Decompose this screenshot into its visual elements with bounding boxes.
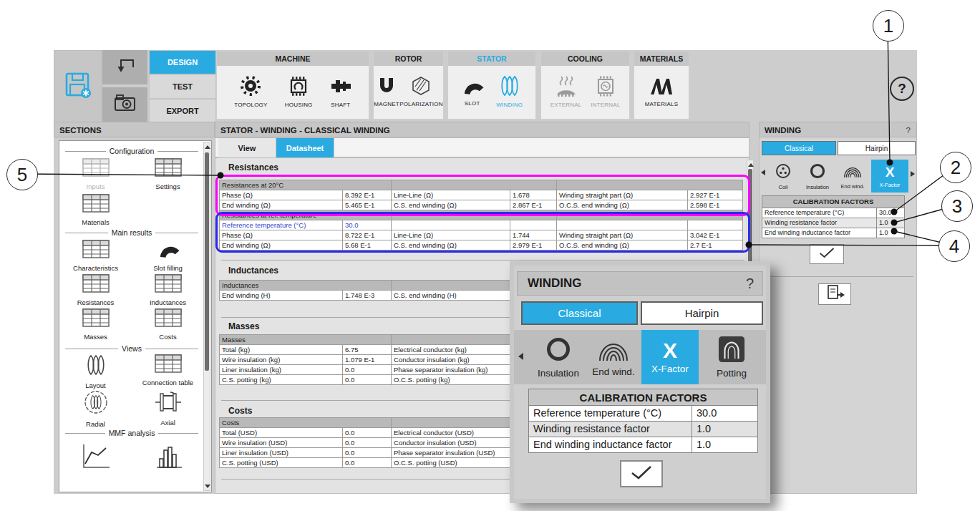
sidebar-item-characteristics[interactable]: Characteristics bbox=[59, 240, 132, 272]
camera-icon bbox=[114, 93, 137, 116]
prev-arrow-icon[interactable] bbox=[518, 353, 523, 360]
sidebar-item-masses[interactable]: Masses bbox=[59, 308, 132, 341]
tab-datasheet[interactable]: Datasheet bbox=[276, 138, 334, 158]
calibration-factors-table: CALIBRATION FACTORS Reference temperatur… bbox=[762, 195, 905, 238]
table-icon bbox=[82, 158, 110, 180]
housing-button[interactable]: HOUSING bbox=[285, 75, 313, 108]
tile-insulation[interactable]: Insulation bbox=[530, 330, 587, 384]
tile-coil[interactable]: Coil bbox=[767, 160, 799, 193]
table-icon bbox=[155, 158, 182, 180]
divider-configuration: Configuration bbox=[65, 147, 198, 155]
test-mode-button[interactable]: TEST bbox=[149, 74, 216, 99]
tile-insulation[interactable]: Insulation bbox=[801, 160, 834, 193]
sidebar-item-slot-filling[interactable]: Slot filling bbox=[132, 240, 204, 272]
magnet-button[interactable]: MAGNET bbox=[374, 76, 399, 107]
scroll-up-icon[interactable] bbox=[748, 163, 754, 167]
internal-cooling-button[interactable]: INTERNAL bbox=[591, 75, 620, 108]
callout-4: 4 bbox=[938, 230, 970, 262]
sidebar-item-materials[interactable]: Materials bbox=[59, 194, 132, 226]
callout-1: 1 bbox=[873, 10, 904, 42]
table-row: End winding inductance factor1.0 bbox=[762, 228, 905, 238]
topology-button[interactable]: TOPOLOGY bbox=[234, 75, 267, 108]
slot-icon bbox=[461, 77, 484, 98]
tile-end-winding[interactable]: End wind. bbox=[835, 160, 870, 193]
sidebar-item-radial[interactable]: Radial bbox=[59, 390, 132, 428]
divider-mmf-analysis: MMF analysis bbox=[65, 429, 198, 437]
divider-views: Views bbox=[65, 344, 198, 353]
bar-chart-icon bbox=[152, 442, 184, 473]
table-icon bbox=[82, 308, 110, 330]
winding-button[interactable]: WINDING bbox=[496, 75, 523, 108]
masses-heading: Masses bbox=[228, 321, 259, 331]
sidebar-item-inputs[interactable]: Inputs bbox=[59, 158, 132, 190]
sidebar-item-mmf-curve[interactable] bbox=[59, 442, 132, 473]
tab-view[interactable]: View bbox=[218, 138, 276, 158]
sidebar-item-mmf-harmonics[interactable] bbox=[132, 442, 204, 473]
table-icon bbox=[82, 274, 110, 296]
save-icon bbox=[64, 71, 92, 102]
shaft-icon bbox=[330, 75, 351, 99]
help-icon[interactable]: ? bbox=[906, 122, 916, 137]
table-row: Phase (Ω)8.722 E-1 Line-Line (Ω)1.744 Wi… bbox=[220, 230, 743, 240]
hairpin-winding-button[interactable]: Hairpin bbox=[838, 141, 916, 155]
apply-button[interactable] bbox=[620, 460, 663, 487]
sidebar-scrollbar[interactable] bbox=[203, 142, 210, 491]
export-datasheet-button[interactable] bbox=[818, 283, 851, 305]
undo-arrow-icon bbox=[115, 56, 136, 79]
materials-button[interactable]: MATERIALS bbox=[645, 76, 679, 107]
export-mode-button[interactable]: EXPORT bbox=[149, 99, 216, 123]
export-doc-icon bbox=[824, 284, 845, 304]
table-row: CALIBRATION FACTORS bbox=[762, 196, 905, 208]
internal-cooling-icon bbox=[594, 75, 617, 99]
materials-group-title: MATERIALS bbox=[634, 52, 689, 66]
polarization-icon bbox=[411, 76, 431, 99]
winding-panel-title: WINDING bbox=[765, 122, 906, 137]
resistances-table: Resistances at 20°C Phase (Ω)8.392 E-1 L… bbox=[219, 180, 743, 250]
insulation-icon bbox=[809, 162, 826, 182]
design-mode-button[interactable]: DESIGN bbox=[149, 50, 216, 74]
tile-x-factor[interactable]: X X-Factor bbox=[871, 160, 908, 193]
sidebar-item-resistances[interactable]: Resistances bbox=[59, 274, 132, 306]
hairpin-winding-button[interactable]: Hairpin bbox=[641, 301, 763, 325]
table-icon bbox=[155, 354, 182, 376]
x-factor-icon: X bbox=[663, 340, 677, 361]
external-cooling-button[interactable]: EXTERNAL bbox=[550, 75, 582, 108]
sidebar-item-connection-table[interactable]: Connection table bbox=[132, 354, 204, 389]
sidebar-scroll-thumb[interactable] bbox=[205, 152, 209, 371]
shaft-button[interactable]: SHAFT bbox=[330, 75, 351, 108]
polarization-button[interactable]: POLARIZATION bbox=[399, 76, 442, 107]
x-factor-icon: X bbox=[886, 165, 895, 180]
screenshot-button[interactable] bbox=[102, 87, 147, 122]
table-row: End winding (Ω)5.465 E-1 C.S. end windin… bbox=[220, 200, 743, 210]
classical-winding-button[interactable]: Classical bbox=[762, 141, 836, 155]
slot-button[interactable]: SLOT bbox=[461, 77, 484, 107]
save-button[interactable] bbox=[54, 50, 102, 123]
scroll-down-icon[interactable] bbox=[205, 485, 210, 488]
sidebar-item-settings[interactable]: Settings bbox=[132, 158, 204, 190]
apply-button[interactable] bbox=[810, 244, 844, 264]
winding-panel: WINDING ? Classical Hairpin Coil Insulat… bbox=[759, 122, 917, 494]
table-row: CALIBRATION FACTORS bbox=[529, 389, 758, 406]
classical-winding-button[interactable]: Classical bbox=[521, 301, 638, 325]
next-arrow-icon[interactable] bbox=[911, 171, 915, 177]
table-icon bbox=[155, 308, 182, 330]
scroll-up-icon[interactable] bbox=[205, 145, 210, 149]
confirm-check-icon bbox=[629, 464, 654, 483]
tile-potting[interactable]: Potting bbox=[703, 330, 760, 384]
help-icon[interactable]: ? bbox=[746, 276, 762, 292]
tile-end-winding[interactable]: End wind. bbox=[587, 330, 640, 384]
sidebar-item-axial[interactable]: Axial bbox=[132, 390, 204, 428]
rotor-group: ROTOR MAGNET bbox=[373, 51, 444, 120]
sidebar-item-inductances[interactable]: Inductances bbox=[132, 274, 204, 306]
sidebar-item-costs[interactable]: Costs bbox=[132, 308, 204, 341]
calibration-factors-table: CALIBRATION FACTORS Reference temperatur… bbox=[528, 389, 758, 453]
table-row: Phase (Ω)8.392 E-1 Line-Line (Ω)1.678 Wi… bbox=[220, 190, 743, 200]
topology-icon bbox=[240, 75, 261, 99]
help-button[interactable]: ? bbox=[890, 77, 914, 101]
callout-2: 2 bbox=[940, 152, 971, 183]
materials-group: MATERIALS MATERIALS bbox=[634, 51, 689, 120]
prev-arrow-icon[interactable] bbox=[761, 170, 765, 175]
sidebar-item-layout[interactable]: Layout bbox=[59, 354, 132, 389]
tile-x-factor[interactable]: X X-Factor bbox=[641, 330, 699, 384]
undo-button[interactable] bbox=[102, 50, 147, 84]
